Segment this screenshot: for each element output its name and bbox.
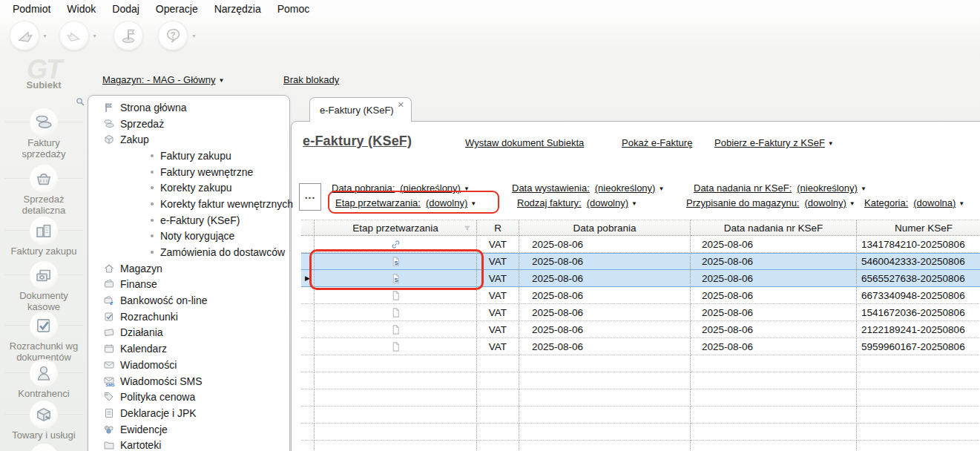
link-pokaż-e-fakturę[interactable]: Pokaż e-Fakturę — [622, 137, 692, 148]
table-row-6[interactable]: VAT2025-08-062025-08-062122189241-202508… — [301, 321, 980, 338]
filter-kategoria[interactable]: Kategoria:(dowolna)▼ — [864, 197, 964, 208]
cell-rodzaj[interactable]: VAT — [477, 321, 519, 338]
row-selector[interactable] — [301, 287, 315, 304]
tab-close-icon[interactable]: ✕ — [398, 100, 404, 110]
cell-numer-ksef[interactable]: 1541672036-20250806 — [857, 304, 980, 321]
cell-etap-przetwarzania[interactable]: S — [315, 270, 477, 287]
tree-item-zamówienia-do-dostawców[interactable]: Zamówienia do dostawców — [88, 244, 289, 260]
cell-numer-ksef[interactable]: 6565527638-20250806 — [857, 270, 980, 287]
cell-data-pobrania[interactable]: 2025-08-06 — [519, 321, 691, 338]
column-header-Numer KSeF[interactable]: Numer KSeF — [857, 220, 980, 236]
cell-numer-ksef[interactable]: 1341784210-20250806 — [857, 236, 980, 253]
cell-rodzaj[interactable]: VAT — [477, 236, 519, 253]
tree-item-wiadomości[interactable]: Wiadomości — [88, 357, 289, 373]
toolbar-dropdown-caret-icon[interactable]: ▼ — [42, 33, 47, 39]
rail-item-2[interactable]: Sprzedaż detaliczna — [0, 165, 88, 216]
table-empty-row[interactable] — [301, 441, 980, 451]
rail-item-6[interactable]: Kontrahenci — [0, 359, 88, 399]
tree-item-kartoteki[interactable]: Kartoteki — [88, 437, 289, 451]
cell-rodzaj[interactable]: VAT — [477, 287, 519, 304]
filter-data-nadania-nr-ksef[interactable]: Data nadania nr KSeF:(nieokreślony)▼ — [694, 182, 866, 194]
filter-data-wystawienia[interactable]: Data wystawienia:(nieokreślony)▼ — [512, 182, 664, 194]
row-selector[interactable]: ▶ — [301, 270, 315, 287]
table-row-7[interactable]: VAT2025-08-062025-08-065959960167-202508… — [301, 338, 980, 355]
table-row-3[interactable]: ▶SVAT2025-08-062025-08-066565527638-2025… — [301, 270, 980, 287]
blokada-link[interactable]: Brak blokady — [283, 74, 339, 85]
panel-pin-icon[interactable] — [75, 96, 87, 108]
tree-item-ewidencje[interactable]: Ewidencje — [88, 421, 289, 438]
cell-data-nadania[interactable]: 2025-08-06 — [691, 321, 857, 338]
tree-item-działania[interactable]: Działania — [88, 325, 289, 341]
link-pobierz-e-faktury-z-ksef[interactable]: Pobierz e-Faktury z KSeF▼ — [714, 137, 834, 148]
menu-dodaj[interactable]: Dodaj — [104, 1, 148, 16]
more-filters-button[interactable]: ... — [299, 183, 321, 211]
rail-item-4[interactable]: Dokumenty kasowe — [0, 261, 88, 312]
cell-data-pobrania[interactable]: 2025-08-06 — [519, 304, 691, 321]
cell-etap-przetwarzania[interactable] — [315, 287, 477, 304]
table-row-4[interactable]: VAT2025-08-062025-08-066673340948-202508… — [301, 287, 980, 304]
toolbar-help-bubble-button[interactable]: ? — [158, 21, 188, 50]
filter-rodzaj-faktury[interactable]: Rodzaj faktury:(dowolny)▼ — [517, 197, 637, 208]
menu-pomoc[interactable]: Pomoc — [269, 1, 318, 16]
cell-numer-ksef[interactable]: 2122189241-20250806 — [857, 321, 980, 338]
tree-item-deklaracje-i-jpk[interactable]: Deklaracje i JPK — [88, 405, 289, 421]
tree-item-polityka-cenowa[interactable]: Polityka cenowa — [88, 389, 289, 405]
link-wystaw-dokument-subiekta[interactable]: Wystaw dokument Subiekta — [465, 137, 584, 148]
rail-item-3[interactable]: Faktury zakupu — [0, 217, 88, 257]
table-empty-row[interactable] — [301, 372, 980, 389]
tree-item-magazyn[interactable]: Magazyn — [88, 260, 289, 277]
table-empty-row[interactable] — [301, 406, 980, 424]
table-row-2[interactable]: SVAT2025-08-062025-08-065460042333-20250… — [301, 253, 980, 270]
column-header-selector[interactable] — [301, 220, 315, 236]
cell-rodzaj[interactable]: VAT — [477, 270, 519, 287]
tree-item-wiadomości-sms[interactable]: SMSWiadomości SMS — [88, 373, 289, 389]
cell-etap-przetwarzania[interactable]: S — [315, 253, 477, 270]
tree-item-faktury-wewnętrzne[interactable]: Faktury wewnętrzne — [88, 164, 289, 180]
cell-data-nadania[interactable]: 2025-08-06 — [691, 253, 857, 270]
cell-etap-przetwarzania[interactable] — [315, 338, 477, 355]
tree-item-rozrachunki[interactable]: Rozrachunki — [88, 309, 289, 325]
cell-data-nadania[interactable]: 2025-08-06 — [691, 236, 857, 253]
column-header-Data pobrania[interactable]: Data pobrania — [519, 220, 691, 236]
menu-podmiot[interactable]: Podmiot — [4, 1, 59, 16]
rail-item-7[interactable]: Towary i usługi — [0, 401, 88, 441]
cell-data-pobrania[interactable]: 2025-08-06 — [519, 270, 691, 287]
tree-item-strona-główna[interactable]: Strona główna — [88, 99, 289, 116]
cell-etap-przetwarzania[interactable] — [315, 321, 477, 338]
table-row-1[interactable]: VAT2025-08-062025-08-061341784210-202508… — [301, 236, 980, 253]
table-empty-row[interactable] — [301, 389, 980, 406]
cell-data-nadania[interactable]: 2025-08-06 — [691, 304, 857, 321]
toolbar-dropdown-caret-icon[interactable]: ▼ — [92, 33, 97, 39]
column-header-Data nadania nr KSeF[interactable]: Data nadania nr KSeF — [691, 220, 857, 236]
column-header-R[interactable]: R — [477, 220, 519, 236]
magazyn-selector[interactable]: Magazyn: - MAG - Główny▼ — [102, 74, 224, 85]
row-selector[interactable] — [301, 304, 315, 321]
toolbar-forward-arrow-button[interactable] — [59, 21, 89, 50]
row-selector[interactable] — [301, 321, 315, 338]
tree-item-finanse[interactable]: Finanse — [88, 277, 289, 293]
cell-numer-ksef[interactable]: 6673340948-20250806 — [857, 287, 980, 304]
cell-data-pobrania[interactable]: 2025-08-06 — [519, 253, 691, 270]
module-rail-partial-icon[interactable] — [30, 444, 58, 451]
cell-data-pobrania[interactable]: 2025-08-06 — [519, 338, 691, 355]
menu-narzędzia[interactable]: Narzędzia — [206, 1, 269, 16]
cell-rodzaj[interactable]: VAT — [477, 253, 519, 270]
tree-item-e-faktury-ksef-[interactable]: e-Faktury (KSeF) — [88, 212, 289, 228]
tree-item-korekty-zakupu[interactable]: Korekty zakupu — [88, 180, 289, 196]
cell-rodzaj[interactable]: VAT — [477, 304, 519, 321]
tree-item-korekty-faktur-wewnętrznych[interactable]: Korekty faktur wewnętrznych — [88, 196, 289, 212]
table-row-5[interactable]: VAT2025-08-062025-08-061541672036-202508… — [301, 304, 980, 321]
cell-numer-ksef[interactable]: 5460042333-20250806 — [857, 253, 980, 270]
filter-przypisanie-do-magazynu[interactable]: Przypisanie do magazynu:(dowolny)▼ — [686, 197, 855, 208]
toolbar-nav-arrow-button[interactable] — [10, 21, 39, 50]
tree-item-noty-korygujące[interactable]: Noty korygujące — [88, 228, 289, 245]
column-header-Etap przetwarzania[interactable]: Etap przetwarzania — [315, 220, 477, 236]
tree-item-faktury-zakupu[interactable]: Faktury zakupu — [88, 148, 289, 164]
tree-item-bankowość-on-line[interactable]: eBankowość on-line — [88, 292, 289, 309]
tree-item-kalendarz[interactable]: Kalendarz — [88, 340, 289, 357]
rail-item-1[interactable]: Faktury sprzedaży — [0, 108, 88, 159]
cell-rodzaj[interactable]: VAT — [477, 338, 519, 355]
row-selector[interactable] — [301, 338, 315, 355]
cell-data-pobrania[interactable]: 2025-08-06 — [519, 287, 691, 304]
cell-data-nadania[interactable]: 2025-08-06 — [691, 338, 857, 355]
